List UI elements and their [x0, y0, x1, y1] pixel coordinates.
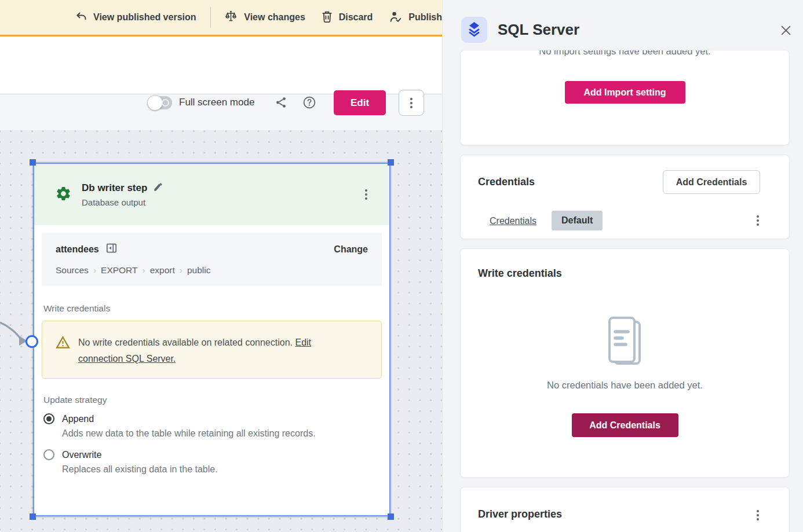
default-badge: Default — [552, 211, 603, 230]
left-region: View published version View changes Disc… — [0, 0, 442, 532]
discard-label: Discard — [339, 12, 373, 23]
gear-icon — [55, 185, 72, 204]
edit-pencil-icon[interactable] — [153, 182, 163, 195]
breadcrumb-separator: › — [138, 265, 150, 275]
breadcrumb-item: public — [187, 265, 211, 275]
add-import-setting-button[interactable]: Add Import setting — [565, 81, 685, 104]
radio-dot — [46, 416, 52, 421]
connector-edge — [0, 314, 30, 351]
credentials-heading: Credentials — [478, 176, 535, 188]
target-table-section: attendees Change Sources›EXPORT›export›p… — [42, 233, 382, 286]
write-credentials-heading: Write credentials — [478, 267, 562, 280]
side-panel-icon[interactable] — [105, 242, 118, 256]
node-subtitle: Database output — [82, 197, 163, 207]
breadcrumb: Sources›EXPORT›export›public — [56, 265, 368, 276]
credentials-card: Credentials Add Credentials Credentials … — [460, 155, 790, 239]
view-published-version-label: View published version — [93, 12, 196, 23]
scale-icon — [224, 10, 238, 25]
layers-icon — [466, 21, 482, 38]
write-credentials-empty-text: No credentials have been added yet. — [461, 380, 789, 391]
selection-handle[interactable] — [388, 159, 394, 166]
breadcrumb-item: Sources — [56, 265, 89, 275]
kebab-dots-icon — [757, 510, 759, 512]
driver-properties-heading: Driver properties — [478, 508, 562, 520]
append-option-row: Append — [43, 413, 389, 424]
write-credentials-label: Write credentials — [43, 303, 389, 314]
write-credentials-card: Write credentials No credentials have be… — [460, 248, 790, 478]
view-published-version-button[interactable]: View published version — [75, 10, 196, 24]
overwrite-radio[interactable] — [43, 449, 54, 460]
node-titles: Db writer step Database output — [82, 182, 163, 207]
driver-properties-kebab-menu[interactable] — [752, 505, 764, 525]
connection-icon-tile — [461, 17, 487, 43]
node-title: Db writer step — [82, 182, 147, 194]
overwrite-label: Overwrite — [62, 450, 101, 460]
undo-arrow-icon — [75, 10, 87, 24]
person-check-icon — [389, 10, 402, 25]
append-radio[interactable] — [43, 413, 54, 424]
panel-header: SQL Server — [443, 0, 803, 43]
kebab-dots-icon — [365, 189, 367, 192]
overwrite-option-row: Overwrite — [43, 449, 389, 460]
view-toolbar: Full screen mode Edit — [0, 36, 442, 94]
breadcrumb-item: export — [150, 265, 175, 275]
help-icon[interactable] — [302, 95, 317, 110]
append-label: Append — [62, 414, 94, 424]
fullscreen-mode-label: Full screen mode — [179, 97, 254, 108]
edit-button[interactable]: Edit — [334, 90, 386, 115]
breadcrumb-item: EXPORT — [101, 265, 137, 275]
credentials-link[interactable]: Credentials — [490, 216, 536, 226]
import-settings-card: No import settings have been added yet. … — [460, 50, 790, 145]
toolbar-kebab-menu[interactable] — [399, 90, 424, 116]
input-port[interactable] — [25, 335, 38, 348]
add-credentials-outline-button[interactable]: Add Credentials — [663, 170, 760, 194]
update-strategy-label: Update strategy — [43, 395, 389, 405]
trash-icon — [322, 10, 333, 25]
node-kebab-menu[interactable] — [360, 185, 372, 204]
panel-title: SQL Server — [498, 21, 579, 39]
add-credentials-button[interactable]: Add Credentials — [572, 413, 678, 437]
app-window: View published version View changes Disc… — [0, 0, 803, 532]
kebab-dots-icon — [410, 98, 413, 100]
credentials-kebab-menu[interactable] — [752, 211, 764, 230]
document-icon — [606, 316, 644, 369]
warning-message: No write credentials available on relate… — [78, 335, 356, 378]
db-writer-step-node[interactable]: Db writer step Database output attendees — [33, 163, 390, 516]
close-icon[interactable] — [779, 24, 792, 36]
append-description: Adds new data to the table while retaini… — [62, 428, 389, 439]
breadcrumb-separator: › — [175, 265, 187, 275]
toggle-knob — [147, 95, 163, 111]
import-settings-empty-text: No import settings have been added yet. — [461, 50, 789, 57]
driver-properties-card: Driver properties — [460, 487, 790, 532]
warning-banner: No write credentials available on relate… — [42, 321, 382, 379]
publish-button[interactable]: Publish — [389, 10, 442, 25]
warning-triangle-icon — [55, 335, 71, 378]
view-changes-label: View changes — [244, 12, 305, 23]
node-header: Db writer step Database output — [34, 164, 389, 225]
discard-button[interactable]: Discard — [322, 10, 373, 25]
overwrite-description: Replaces all existing data in the table. — [62, 464, 389, 475]
kebab-dots-icon — [757, 215, 759, 218]
selection-handle[interactable] — [30, 159, 36, 166]
change-table-link[interactable]: Change — [334, 244, 368, 255]
toolbar-divider — [210, 7, 211, 28]
share-icon[interactable] — [273, 95, 289, 110]
publish-label: Publish — [408, 12, 442, 23]
view-changes-button[interactable]: View changes — [224, 10, 305, 25]
sql-server-panel: SQL Server No import settings have been … — [442, 0, 803, 532]
selection-handle[interactable] — [388, 513, 394, 520]
table-name: attendees — [56, 244, 99, 255]
warning-text: No write credentials available on relate… — [78, 337, 293, 347]
pipeline-canvas[interactable]: Db writer step Database output attendees — [0, 130, 442, 532]
toggle-off-indicator — [162, 99, 169, 107]
fullscreen-toggle[interactable] — [148, 96, 172, 109]
breadcrumb-separator: › — [89, 265, 101, 275]
publish-toolbar: View published version View changes Disc… — [0, 0, 442, 36]
selection-handle[interactable] — [30, 513, 36, 520]
